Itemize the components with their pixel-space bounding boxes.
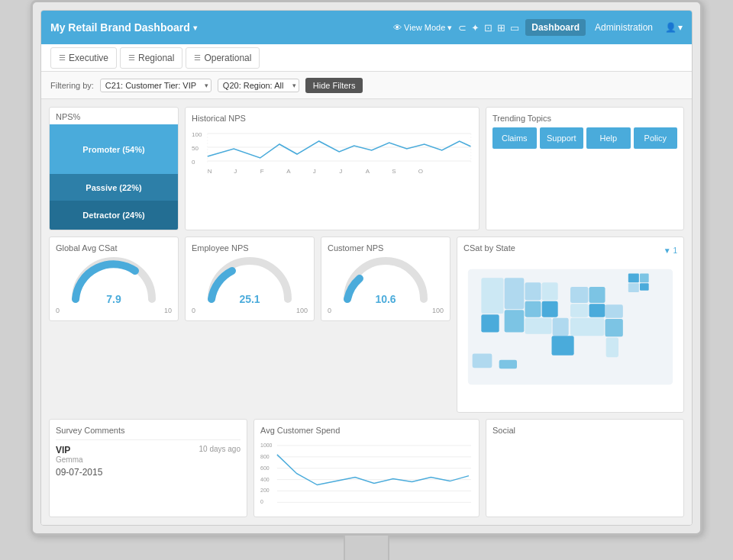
svg-rect-42 (552, 336, 574, 356)
employee-nps-range: 0 100 (192, 307, 308, 314)
csat-filter-icon[interactable]: ▼ 1 (664, 246, 677, 255)
filter-region[interactable]: Q20: Region: All (218, 79, 299, 92)
star-icon[interactable]: ✦ (471, 22, 480, 34)
nps-detractor-segment: Detractor (24%) (50, 201, 178, 230)
hide-filters-button[interactable]: Hide Filters (305, 78, 363, 93)
nav-user[interactable]: 👤 ▾ (665, 22, 683, 33)
nps-passive-segment: Passive (22%) (50, 174, 178, 201)
topic-policy[interactable]: Policy (634, 127, 678, 149)
svg-rect-41 (605, 319, 622, 336)
svg-text:F: F (260, 169, 264, 175)
survey-comments-title: Survey Comments (56, 426, 241, 435)
filter-bar: Filtering by: C21: Customer Tier: VIP Q2… (41, 72, 692, 99)
user-icon: 👤 (665, 22, 676, 33)
svg-text:O: O (418, 169, 423, 175)
filter-label: Filtering by: (50, 81, 94, 90)
customer-nps-gauge: 10.6 0 100 (328, 257, 444, 314)
svg-rect-31 (481, 278, 503, 314)
copy-icon[interactable]: ⊡ (484, 22, 492, 34)
app-title-text: My Retail Brand Dashboard (50, 21, 190, 34)
svg-text:400: 400 (260, 476, 270, 481)
historical-nps-chart: 100 50 0 N J F (192, 127, 473, 188)
svg-rect-38 (542, 301, 558, 317)
svg-rect-40 (605, 304, 622, 317)
survey-entry-date: 09-07-2015 (56, 467, 241, 478)
employee-nps-gauge: 25.1 0 100 (192, 257, 308, 314)
tab-operational-label: Operational (204, 53, 251, 63)
svg-text:1000: 1000 (260, 443, 273, 448)
svg-text:S: S (392, 169, 396, 175)
filter-customer-tier[interactable]: C21: Customer Tier: VIP (100, 79, 212, 92)
tab-regional[interactable]: ☰ Regional (120, 47, 182, 69)
svg-rect-27 (570, 304, 588, 317)
global-avg-csat-gauge: 7.9 0 10 (56, 257, 172, 314)
tab-operational-icon: ☰ (194, 53, 201, 62)
svg-rect-33 (481, 314, 499, 332)
nav-administration[interactable]: Administration (589, 19, 659, 36)
svg-rect-32 (505, 278, 525, 309)
global-avg-csat-title: Global Avg CSat (56, 243, 172, 253)
monitor-stand-neck (344, 536, 389, 560)
svg-text:A: A (286, 169, 291, 175)
svg-rect-28 (589, 304, 605, 317)
layout-icon[interactable]: ⊞ (497, 22, 505, 34)
global-avg-csat-arc: 7.9 (56, 257, 172, 307)
svg-rect-21 (628, 273, 639, 282)
row3: Survey Comments VIP 10 days ago Gemma 09… (49, 419, 684, 517)
csat-by-state-header: CSat by State ▼ 1 (463, 243, 677, 257)
svg-rect-30 (553, 318, 569, 336)
svg-text:800: 800 (260, 453, 270, 459)
tab-executive[interactable]: ☰ Executive (50, 47, 117, 69)
nps-title: NPS% (50, 108, 178, 124)
nav-dashboard[interactable]: Dashboard (525, 19, 586, 36)
title-chevron[interactable]: ▾ (193, 24, 197, 32)
filter-region-wrap: Q20: Region: All (218, 78, 299, 92)
avg-customer-spend-card: Avg Customer Spend 1000 800 600 400 200 … (253, 419, 480, 517)
row1: NPS% Promoter (54%) Passive (22%) Detrac… (49, 107, 684, 230)
global-avg-csat-range: 0 10 (56, 307, 172, 314)
tab-operational[interactable]: ☰ Operational (186, 47, 260, 69)
svg-text:600: 600 (260, 465, 270, 470)
svg-rect-26 (589, 287, 605, 303)
filter-customer-tier-wrap: C21: Customer Tier: VIP (100, 78, 212, 92)
tab-regional-label: Regional (138, 53, 174, 63)
customer-nps-range: 0 100 (328, 307, 444, 314)
customer-nps-arc: 10.6 (328, 257, 444, 307)
topic-support[interactable]: Support (540, 127, 584, 149)
us-map-svg (463, 260, 677, 403)
svg-text:0: 0 (192, 159, 195, 166)
trending-topics-card: Trending Topics Claims Support Help Poli… (486, 107, 684, 230)
svg-rect-25 (570, 287, 588, 303)
svg-rect-34 (505, 310, 525, 332)
employee-nps-card: Employee NPS 25.1 0 100 (185, 237, 315, 321)
svg-rect-36 (542, 282, 558, 300)
svg-text:N: N (208, 169, 212, 175)
survey-entry-sub: Gemma (56, 455, 241, 464)
avg-customer-spend-chart: 1000 800 600 400 200 0 (260, 439, 473, 507)
svg-rect-39 (525, 318, 552, 334)
share-icon[interactable]: ⊂ (458, 22, 467, 34)
svg-text:J: J (234, 169, 237, 175)
svg-rect-24 (640, 283, 649, 290)
topic-claims[interactable]: Claims (492, 127, 537, 149)
survey-entry-header: VIP 10 days ago (56, 445, 241, 455)
svg-text:25.1: 25.1 (239, 293, 260, 305)
monitor-wrapper: My Retail Brand Dashboard ▾ 👁 View Mode … (31, 0, 702, 560)
survey-inner: VIP 10 days ago Gemma 09-07-2015 (56, 439, 241, 478)
comment-icon[interactable]: ▭ (510, 22, 519, 34)
view-mode[interactable]: 👁 View Mode ▾ (393, 23, 452, 33)
svg-rect-44 (473, 353, 492, 368)
svg-text:50: 50 (192, 146, 199, 152)
employee-nps-title: Employee NPS (192, 243, 308, 253)
svg-text:0: 0 (260, 499, 263, 504)
svg-rect-45 (499, 360, 517, 369)
topic-help[interactable]: Help (586, 127, 631, 149)
top-nav-right: 👁 View Mode ▾ ⊂ ✦ ⊡ ⊞ ▭ Dashboard Admini… (393, 19, 683, 36)
survey-comments-card: Survey Comments VIP 10 days ago Gemma 09… (49, 419, 247, 517)
app-title: My Retail Brand Dashboard ▾ (50, 21, 197, 34)
top-nav: My Retail Brand Dashboard ▾ 👁 View Mode … (41, 11, 692, 44)
csat-by-state-title: CSat by State (463, 243, 515, 253)
svg-rect-43 (606, 337, 618, 357)
svg-rect-37 (525, 301, 541, 317)
svg-text:7.9: 7.9 (106, 293, 121, 305)
